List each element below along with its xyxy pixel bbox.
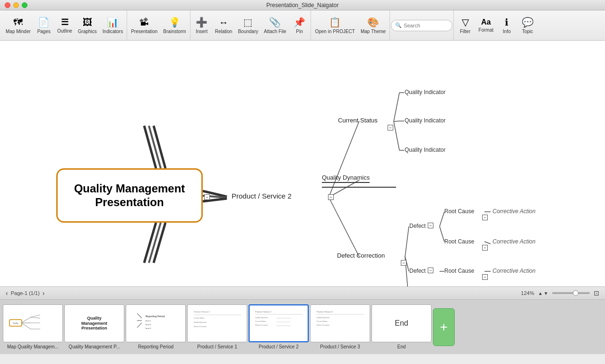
- search-icon: 🔍: [395, 22, 402, 28]
- slide-thumb-2-label: Quality Management P...: [69, 344, 120, 349]
- search-input[interactable]: [404, 23, 448, 28]
- filter-icon: ▽: [462, 17, 469, 28]
- toolbar-group-slides: 📽 Presentation 💡 Brainstorm: [127, 10, 190, 40]
- quality-dynamics-label: Quality Dynamics: [322, 174, 370, 183]
- nav-right-arrow[interactable]: ›: [43, 289, 45, 297]
- info-label: Info: [503, 29, 511, 34]
- defect-1-collapse[interactable]: −: [428, 223, 433, 228]
- zoom-stepper[interactable]: ▲ ▼: [538, 291, 548, 296]
- central-node[interactable]: Quality Management Presentation: [56, 168, 203, 223]
- insert-button[interactable]: ➕ Insert: [191, 12, 212, 39]
- defect-1-label: Defect: [409, 223, 426, 229]
- central-node-collapse[interactable]: −: [204, 194, 210, 200]
- outline-label: Outline: [57, 28, 72, 34]
- zoom-slider[interactable]: [552, 292, 590, 294]
- quality-indicator-1: Quality Indicator: [405, 89, 446, 95]
- root-cause-3-label: Root Cause: [444, 268, 474, 274]
- pin-icon: 📌: [294, 17, 305, 28]
- close-button[interactable]: [5, 2, 10, 8]
- slide-thumb-6-label: Product / Service 3: [320, 344, 360, 349]
- quality-indicator-2: Quality Indicator: [405, 117, 446, 124]
- slide-thumb-2-content: QualityManagementPresentation: [78, 312, 111, 335]
- quality-indicator-3: Quality Indicator: [405, 147, 446, 153]
- search-box[interactable]: 🔍: [391, 20, 452, 31]
- toolbar-group-project: 📋 Open in PROJECT 🎨 Map Theme: [311, 10, 390, 40]
- relation-icon: ↔: [219, 17, 228, 28]
- add-slide-button[interactable]: +: [433, 308, 455, 346]
- map-theme-button[interactable]: 🎨 Map Theme: [358, 12, 389, 39]
- attach-file-button[interactable]: 📎 Attach File: [261, 12, 289, 39]
- svg-text:Current Status: Current Status: [194, 317, 205, 319]
- pages-button[interactable]: 📄 Pages: [34, 12, 54, 39]
- slide-thumb-4[interactable]: Product / Service 1 Current Status Quali…: [187, 304, 247, 349]
- pin-button[interactable]: 📌 Pin: [289, 12, 310, 39]
- svg-line-9: [329, 121, 359, 197]
- svg-text:Defect Correction: Defect Correction: [255, 324, 268, 326]
- window-title: Presentation_Slide_Naigator: [267, 2, 339, 9]
- map-theme-icon: 🎨: [367, 17, 379, 28]
- defect-2-collapse[interactable]: −: [428, 268, 433, 273]
- slide-thumb-1[interactable]: Quality Map Quality Managem...: [3, 304, 63, 349]
- outline-button[interactable]: ☰ Outline: [54, 12, 75, 39]
- pages-label: Pages: [37, 29, 51, 34]
- root-cause-3-collapse[interactable]: −: [482, 274, 488, 280]
- current-status-collapse[interactable]: −: [388, 125, 393, 130]
- brainstorm-label: Brainstorm: [163, 29, 186, 34]
- slide-thumb-1-frame[interactable]: Quality: [3, 304, 63, 342]
- slide-thumb-2[interactable]: QualityManagementPresentation Quality Ma…: [64, 304, 124, 349]
- filter-button[interactable]: ▽ Filter: [455, 12, 475, 39]
- attach-file-icon: 📎: [269, 17, 281, 28]
- slide-thumb-7-frame[interactable]: End: [372, 304, 432, 342]
- map-minder-button[interactable]: 🗺 Map Minder: [3, 12, 34, 39]
- slide-thumb-4-content: Product / Service 1 Current Status Quali…: [190, 306, 245, 341]
- corrective-action-1: Corrective Action: [493, 208, 536, 215]
- minimize-button[interactable]: [13, 2, 19, 8]
- nav-left-arrow[interactable]: ‹: [6, 289, 8, 297]
- slide-thumb-3[interactable]: Reporting Period Item 1 Item 2 Item 3 Re…: [126, 304, 186, 349]
- graphics-button[interactable]: 🖼 Graphics: [75, 12, 100, 39]
- info-button[interactable]: ℹ Info: [496, 12, 517, 39]
- relation-button[interactable]: ↔ Relation: [212, 12, 235, 39]
- slide-thumb-6-frame[interactable]: Product / Service 3 Quality Dynamics Cur…: [310, 304, 370, 342]
- slide-thumb-2-frame[interactable]: QualityManagementPresentation: [64, 304, 124, 342]
- root-cause-2-collapse[interactable]: −: [482, 245, 488, 251]
- root-cause-2-label: Root Cause: [444, 238, 474, 245]
- slide-thumb-5-frame[interactable]: Product / Service 2 Quality Dynamics Cur…: [249, 304, 309, 342]
- topic-button[interactable]: 💬 Topic: [517, 12, 538, 39]
- slide-thumb-3-frame[interactable]: Reporting Period Item 1 Item 2 Item 3: [126, 304, 186, 342]
- statusbar-right: 124% ▲ ▼ ⊡: [521, 289, 599, 297]
- slide-thumb-7[interactable]: End End: [372, 304, 432, 349]
- indicators-button[interactable]: 📊 Indicators: [100, 12, 126, 39]
- boundary-button[interactable]: ⬚ Boundary: [235, 12, 261, 39]
- svg-line-30: [21, 317, 31, 323]
- presentation-button[interactable]: 📽 Presentation: [128, 12, 160, 39]
- slide-thumb-5[interactable]: Product / Service 2 Quality Dynamics Cur…: [249, 304, 309, 349]
- thumbnail-strip: Quality Map Quality Managem... QualityMa…: [0, 300, 605, 354]
- fullscreen-icon[interactable]: ⊡: [594, 289, 599, 297]
- product-service-2-collapse[interactable]: −: [328, 194, 334, 200]
- slide-thumb-6[interactable]: Product / Service 3 Quality Dynamics Cur…: [310, 304, 370, 349]
- open-in-project-button[interactable]: 📋 Open in PROJECT: [312, 12, 357, 39]
- page-nav: ‹ Page-1 (1/1) ›: [6, 289, 45, 297]
- defect-correction-collapse[interactable]: −: [401, 260, 406, 266]
- maximize-button[interactable]: [22, 2, 27, 8]
- brainstorm-icon: 💡: [169, 17, 181, 28]
- root-cause-1-collapse[interactable]: −: [482, 215, 488, 220]
- svg-line-3: [144, 126, 156, 168]
- page-info: Page-1 (1/1): [11, 290, 40, 296]
- insert-label: Insert: [196, 29, 207, 34]
- svg-line-5: [154, 126, 165, 168]
- outline-icon: ☰: [61, 17, 69, 27]
- main-canvas[interactable]: Quality Management Presentation − Produc…: [0, 41, 605, 286]
- format-button[interactable]: Aa Format: [475, 12, 496, 39]
- slide-thumb-4-frame[interactable]: Product / Service 1 Current Status Quali…: [187, 304, 247, 342]
- svg-line-41: [137, 323, 142, 328]
- svg-text:Item 3: Item 3: [146, 327, 151, 329]
- brainstorm-button[interactable]: 💡 Brainstorm: [160, 12, 189, 39]
- svg-line-12: [394, 93, 399, 121]
- attach-file-label: Attach File: [264, 29, 286, 34]
- open-in-project-icon: 📋: [329, 17, 341, 28]
- open-in-project-label: Open in PROJECT: [315, 29, 354, 34]
- svg-line-32: [21, 323, 31, 329]
- boundary-label: Boundary: [238, 29, 258, 34]
